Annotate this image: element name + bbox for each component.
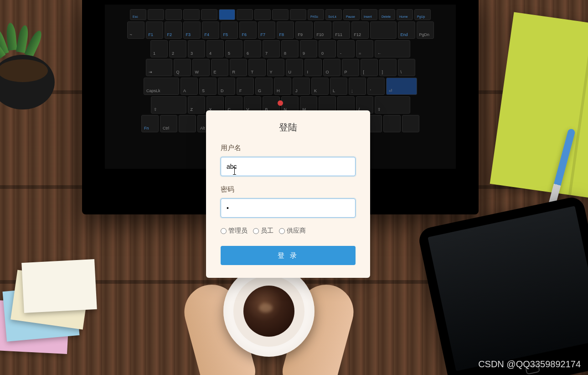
watermark-text: CSDN @QQ3359892174 bbox=[478, 359, 581, 370]
login-button[interactable]: 登 录 bbox=[221, 246, 356, 265]
role-admin-option[interactable]: 管理员 bbox=[221, 227, 248, 235]
role-supplier-label: 供应商 bbox=[287, 227, 306, 235]
role-supplier-radio[interactable] bbox=[279, 228, 285, 234]
trackpoint-icon bbox=[278, 100, 283, 106]
role-admin-label: 管理员 bbox=[228, 227, 248, 235]
password-label: 密码 bbox=[221, 185, 356, 194]
sticky-notes bbox=[0, 266, 91, 357]
login-title: 登陆 bbox=[221, 121, 356, 134]
role-radio-group: 管理员 员工 供应商 bbox=[221, 227, 356, 235]
role-admin-radio[interactable] bbox=[221, 228, 227, 234]
role-employee-radio[interactable] bbox=[253, 228, 259, 234]
coffee-cup-hands bbox=[191, 266, 346, 375]
password-input[interactable] bbox=[221, 198, 356, 218]
username-input[interactable] bbox=[221, 157, 356, 176]
role-employee-option[interactable]: 员工 bbox=[253, 227, 273, 235]
role-supplier-option[interactable]: 供应商 bbox=[279, 227, 306, 235]
role-employee-label: 员工 bbox=[261, 227, 273, 235]
login-card: 登陆 用户名 密码 管理员 员工 供应商 登 录 bbox=[206, 110, 370, 278]
plant bbox=[0, 18, 64, 109]
username-label: 用户名 bbox=[221, 144, 356, 152]
